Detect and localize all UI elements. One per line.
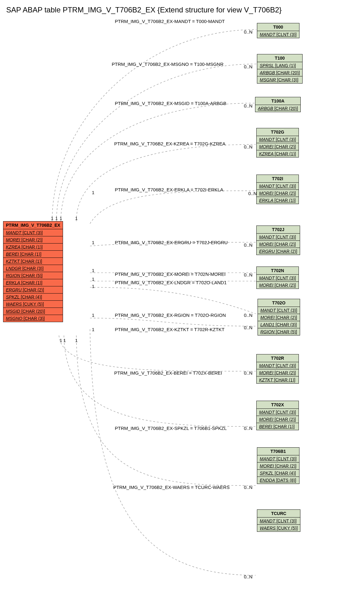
entity-field: WAERS [CUKY (5)]: [257, 525, 300, 531]
cardinality-right: 0..N: [244, 242, 253, 248]
entity-field: MANDT [CLNT (3)]: [257, 518, 300, 525]
entity-field: MANDT [CLNT (3)]: [3, 229, 63, 236]
entity-field: MOREI [CHAR (2)]: [257, 190, 299, 197]
entity-field: ARBGB [CHAR (20)]: [257, 69, 302, 76]
related-entity: T702RMANDT [CLNT (3)]MOREI [CHAR (2)]KZT…: [256, 354, 299, 384]
cardinality-right: 0..N: [244, 272, 253, 277]
entity-header: T000: [257, 23, 299, 31]
entity-field: LAND1 [CHAR (3)]: [258, 321, 300, 328]
entity-header: T702I: [257, 175, 299, 183]
entity-field: KZTKT [CHAR (1)]: [3, 258, 63, 265]
entity-header: T702O: [258, 299, 300, 307]
entity-field: MOREI [CHAR (2)]: [257, 369, 299, 376]
entity-field: ENDDA [DATS (8)]: [257, 477, 299, 484]
cardinality-right: 0..N: [244, 426, 253, 431]
cardinality-left: 1: [75, 216, 78, 221]
related-entity: T702NMANDT [CLNT (3)]MOREI [CHAR (2)]: [256, 267, 299, 289]
cardinality-left: 1: [92, 190, 94, 195]
cardinality-right: 0..N: [248, 191, 257, 196]
cardinality-left: 1: [92, 240, 94, 245]
entity-field: BEREI [CHAR (1)]: [3, 251, 63, 258]
entity-header: T702X: [257, 401, 299, 409]
cardinality-right: 0..N: [244, 103, 253, 108]
entity-field: KZREA [CHAR (1)]: [257, 150, 299, 157]
entity-field: BEREI [CHAR (1)]: [257, 423, 299, 430]
cardinality-right: 0..N: [244, 144, 253, 149]
cardinality-right: 0..N: [244, 64, 253, 69]
related-entity: T702OMANDT [CLNT (3)]MOREI [CHAR (2)]LAN…: [258, 299, 300, 335]
entity-header: T702N: [257, 267, 299, 275]
entity-field: SPKZL [CHAR (4)]: [3, 294, 63, 301]
entity-header: T100: [257, 54, 302, 62]
cardinality-left: 1: [92, 284, 94, 289]
entity-field: RGION [CHAR (5)]: [3, 272, 63, 279]
cardinality-right: 0..N: [244, 325, 253, 330]
cardinality-left: 1: [92, 327, 94, 332]
entity-field: ERKLA [CHAR (1)]: [257, 197, 299, 204]
entity-field: ARBGB [CHAR (20)]: [255, 105, 300, 112]
entity-header: PTRM_IMG_V_T706B2_EX: [3, 221, 63, 229]
entity-field: MANDT [CLNT (3)]: [257, 275, 299, 282]
relation-label: PTRM_IMG_V_T706B2_EX-ERKLA = T702I-ERKLA: [115, 187, 223, 192]
related-entity: TCURCMANDT [CLNT (3)]WAERS [CUKY (5)]: [257, 509, 300, 532]
cardinality-left: 1: [60, 338, 62, 343]
cardinality-left: 1: [51, 216, 53, 221]
cardinality-right: 0..N: [244, 312, 253, 318]
entity-field: MANDT [CLNT (3)]: [257, 31, 299, 38]
cardinality-right: 0..N: [244, 574, 253, 579]
relation-label: PTRM_IMG_V_T706B2_EX-KZREA = T702G-KZREA: [114, 141, 226, 146]
cardinality-left: 1: [55, 216, 58, 221]
entity-field: ERGRU [CHAR (2)]: [257, 248, 300, 255]
relation-label: PTRM_IMG_V_T706B2_EX-MSGID = T100A-ARBGB: [115, 101, 226, 106]
cardinality-right: 0..N: [244, 370, 253, 376]
related-entity: T702XMANDT [CLNT (3)]MOREI [CHAR (2)]BER…: [256, 401, 299, 430]
relation-label: PTRM_IMG_V_T706B2_EX-MANDT = T000-MANDT: [115, 19, 225, 24]
entity-field: MOREI [CHAR (2)]: [258, 314, 300, 321]
related-entity: T100SPRSL [LANG (1)]ARBGB [CHAR (20)]MSG…: [257, 54, 303, 84]
entity-header: T702J: [257, 226, 300, 234]
relation-label: PTRM_IMG_V_T706B2_EX-SPKZL = T706B1-SPKZ…: [115, 426, 227, 431]
entity-field: ERKLA [CHAR (1)]: [3, 279, 63, 286]
entity-field: MSGNO [CHAR (3)]: [3, 315, 63, 322]
cardinality-left: 1: [92, 312, 94, 318]
entity-field: MOREI [CHAR (2)]: [257, 416, 299, 423]
entity-field: MOREI [CHAR (2)]: [257, 143, 299, 150]
entity-field: MANDT [CLNT (3)]: [257, 409, 299, 416]
cardinality-left: 1: [92, 268, 94, 273]
relation-label: PTRM_IMG_V_T706B2_EX-RGION = T702O-RGION: [115, 312, 226, 318]
entity-header: T702R: [257, 354, 299, 362]
entity-field: MOREI [CHAR (2)]: [257, 241, 300, 248]
entity-header: T702G: [257, 128, 299, 136]
related-entity: T706B1MANDT [CLNT (3)]MOREI [CHAR (2)]SP…: [257, 447, 299, 484]
cardinality-left: 1: [75, 338, 78, 343]
related-entity: T100AARBGB [CHAR (20)]: [255, 97, 301, 112]
related-entity: T702JMANDT [CLNT (3)]MOREI [CHAR (2)]ERG…: [256, 226, 300, 255]
entity-header: TCURC: [257, 510, 300, 518]
entity-field: SPKZL [CHAR (4)]: [257, 470, 299, 477]
entity-field: LNDGR [CHAR (3)]: [3, 265, 63, 272]
relation-label: PTRM_IMG_V_T706B2_EX-MSGNO = T100-MSGNR: [112, 62, 223, 67]
entity-field: MANDT [CLNT (3)]: [257, 234, 300, 241]
page-title: SAP ABAP table PTRM_IMG_V_T706B2_EX {Ext…: [6, 6, 282, 14]
cardinality-right: 0..N: [244, 485, 253, 490]
main-entity: PTRM_IMG_V_T706B2_EXMANDT [CLNT (3)]MORE…: [3, 221, 63, 322]
entity-field: MANDT [CLNT (3)]: [257, 183, 299, 190]
entity-field: MOREI [CHAR (2)]: [257, 282, 299, 289]
related-entity: T702IMANDT [CLNT (3)]MOREI [CHAR (2)]ERK…: [256, 175, 299, 204]
entity-field: ERGRU [CHAR (2)]: [3, 286, 63, 294]
relation-label: PTRM_IMG_V_T706B2_EX-BEREI = T702X-BEREI: [114, 370, 222, 376]
related-entity: T702GMANDT [CLNT (3)]MOREI [CHAR (2)]KZR…: [256, 128, 299, 157]
entity-header: T100A: [255, 97, 300, 105]
relation-label: PTRM_IMG_V_T706B2_EX-LNDGR = T702O-LAND1: [115, 280, 227, 285]
entity-field: WAERS [CUKY (5)]: [3, 301, 63, 308]
cardinality-left: 1: [60, 216, 62, 221]
entity-field: MANDT [CLNT (3)]: [257, 136, 299, 143]
relation-label: PTRM_IMG_V_T706B2_EX-KZTKT = T702R-KZTKT: [115, 327, 224, 332]
entity-field: KZTKT [CHAR (1)]: [257, 376, 299, 383]
entity-field: MOREI [CHAR (2)]: [257, 463, 299, 470]
related-entity: T000MANDT [CLNT (3)]: [257, 23, 299, 38]
entity-field: KZREA [CHAR (1)]: [3, 244, 63, 251]
entity-field: MANDT [CLNT (3)]: [258, 307, 300, 314]
entity-field: MANDT [CLNT (3)]: [257, 362, 299, 369]
relation-label: PTRM_IMG_V_T706B2_EX-ERGRU = T702J-ERGRU: [115, 240, 228, 245]
